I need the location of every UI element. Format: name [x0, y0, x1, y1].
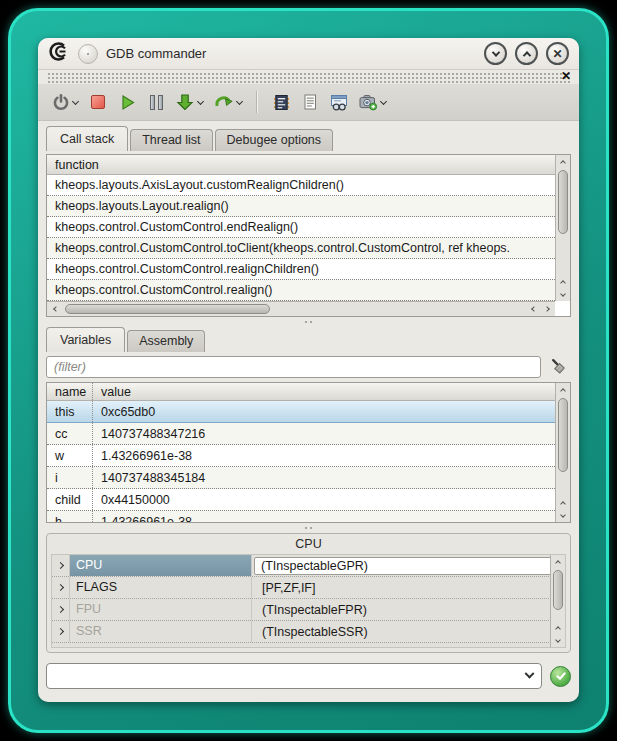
- dropdown-chevron-icon: [72, 97, 79, 104]
- scrollbar-thumb[interactable]: [65, 304, 270, 314]
- scroll-down-icon[interactable]: [556, 288, 570, 299]
- variables-vertical-scrollbar[interactable]: [555, 383, 570, 522]
- gdb-commander-window: GDB commander ✕ ✕: [38, 38, 579, 702]
- column-value[interactable]: value: [93, 383, 570, 400]
- cpu-view-button[interactable]: [269, 89, 293, 115]
- scrollbar-thumb[interactable]: [558, 170, 568, 234]
- column-name[interactable]: name: [47, 383, 93, 400]
- call-stack-row[interactable]: kheops.control.CustomControl.realignChil…: [47, 259, 555, 280]
- tab-thread-list[interactable]: Thread list: [130, 129, 212, 151]
- variable-row[interactable]: cc 140737488347216: [47, 423, 555, 445]
- cpu-vertical-scrollbar[interactable]: [550, 555, 565, 647]
- scroll-left-icon[interactable]: [49, 307, 62, 311]
- variable-row[interactable]: i 140737488345184: [47, 467, 555, 489]
- variables-header[interactable]: name value: [47, 383, 570, 401]
- output-list-icon: [301, 93, 319, 111]
- scroll-up-icon[interactable]: [551, 557, 565, 568]
- watch-window-button[interactable]: [327, 89, 351, 115]
- power-icon: [52, 93, 70, 111]
- combo-dropdown-icon[interactable]: [525, 668, 535, 678]
- tab-call-stack[interactable]: Call stack: [46, 126, 128, 151]
- register-group-name[interactable]: SSR: [70, 621, 252, 642]
- check-icon: [555, 670, 567, 682]
- top-tabs: Call stack Thread list Debugee options: [38, 121, 579, 151]
- scroll-up-icon[interactable]: [556, 498, 570, 509]
- tab-assembly[interactable]: Assembly: [127, 330, 205, 352]
- maximize-button[interactable]: [515, 42, 538, 65]
- stop-button[interactable]: [86, 89, 110, 115]
- scroll-right-icon[interactable]: [540, 307, 553, 311]
- call-stack-list: kheops.layouts.AxisLayout.customRealignC…: [47, 175, 555, 301]
- call-stack-row[interactable]: kheops.layouts.Layout.realign(): [47, 196, 555, 217]
- dropdown-chevron-icon: [380, 97, 387, 104]
- scroll-up-icon[interactable]: [551, 623, 565, 634]
- variable-row[interactable]: w 1.43266961e-38: [47, 445, 555, 467]
- register-group-name[interactable]: FLAGS: [70, 577, 252, 598]
- minimize-button[interactable]: [484, 42, 507, 65]
- cpu-register-row[interactable]: FPU (TInspectableFPR): [52, 599, 565, 621]
- scroll-up-icon[interactable]: [556, 157, 570, 168]
- scroll-left-icon[interactable]: [527, 307, 540, 311]
- register-group-name[interactable]: FPU: [70, 599, 252, 620]
- variable-name: w: [47, 445, 93, 466]
- expand-chevron-icon[interactable]: [52, 621, 70, 642]
- snapshot-camera-icon: [358, 93, 378, 112]
- register-group-name[interactable]: CPU: [70, 555, 252, 576]
- cpu-register-row[interactable]: CPU (TInspectableGPR): [52, 555, 565, 577]
- gdb-command-combobox[interactable]: [46, 663, 542, 689]
- variable-value: 0xc65db0: [93, 401, 555, 422]
- variable-value: 0x44150000: [93, 489, 555, 510]
- scroll-up-icon[interactable]: [556, 277, 570, 288]
- output-list-button[interactable]: [298, 89, 322, 115]
- call-stack-row[interactable]: kheops.control.CustomControl.toClient(kh…: [47, 238, 555, 259]
- cpu-register-row[interactable]: SSR (TInspectableSSR): [52, 621, 565, 643]
- expand-chevron-icon[interactable]: [52, 555, 70, 576]
- dock-close-icon[interactable]: ✕: [561, 69, 571, 83]
- variable-value: 1.43266961e-38: [93, 511, 555, 522]
- call-stack-column-header[interactable]: function: [47, 155, 570, 175]
- scrollbar-thumb[interactable]: [558, 398, 568, 472]
- tab-debugee-options[interactable]: Debugee options: [215, 129, 334, 151]
- send-command-button[interactable]: [550, 666, 571, 687]
- scrollbar-thumb[interactable]: [553, 570, 563, 610]
- pause-button[interactable]: [144, 89, 168, 115]
- scroll-down-icon[interactable]: [551, 634, 565, 645]
- register-value-editor[interactable]: (TInspectableGPR): [254, 557, 559, 575]
- scroll-up-icon[interactable]: [556, 385, 570, 396]
- call-stack-row[interactable]: kheops.control.CustomControl.realign(): [47, 280, 555, 301]
- snapshot-button[interactable]: [356, 89, 389, 115]
- titlebar-option-button[interactable]: [78, 44, 98, 64]
- expand-chevron-icon[interactable]: [52, 599, 70, 620]
- clear-filter-button[interactable]: [547, 356, 571, 378]
- scroll-down-icon[interactable]: [556, 509, 570, 520]
- gdb-command-input[interactable]: [55, 669, 526, 684]
- filter-input[interactable]: [46, 356, 541, 378]
- variable-row[interactable]: child 0x44150000: [47, 489, 555, 511]
- variables-filter-row: [46, 356, 571, 378]
- teal-app-frame: GDB commander ✕ ✕: [8, 8, 609, 733]
- callstack-variables-splitter[interactable]: [38, 317, 579, 327]
- variable-row[interactable]: this 0xc65db0: [47, 401, 555, 423]
- step-in-button[interactable]: [173, 89, 206, 115]
- close-button[interactable]: ✕: [546, 42, 569, 65]
- cpu-register-row[interactable]: FLAGS [PF,ZF,IF]: [52, 577, 565, 599]
- call-stack-horizontal-scrollbar[interactable]: [47, 301, 555, 316]
- call-stack-vertical-scrollbar[interactable]: [555, 155, 570, 301]
- variable-name: this: [47, 401, 93, 422]
- titlebar[interactable]: GDB commander ✕: [38, 38, 579, 70]
- expand-chevron-icon[interactable]: [52, 577, 70, 598]
- variable-value: 1.43266961e-38: [93, 445, 555, 466]
- dropdown-chevron-icon: [197, 97, 204, 104]
- step-over-button[interactable]: [211, 89, 245, 115]
- variable-row[interactable]: h 1.43266961e-38: [47, 511, 555, 522]
- power-button[interactable]: [50, 89, 81, 115]
- tab-variables[interactable]: Variables: [46, 327, 125, 352]
- call-stack-row[interactable]: kheops.control.CustomControl.endRealign(…: [47, 217, 555, 238]
- close-icon: ✕: [552, 48, 562, 60]
- run-button[interactable]: [115, 89, 139, 115]
- register-value: (TInspectableSSR): [252, 625, 565, 639]
- cpu-groupbox-title: CPU: [47, 534, 570, 554]
- dock-grip[interactable]: ✕: [46, 71, 571, 84]
- variables-cpu-splitter[interactable]: [38, 523, 579, 533]
- call-stack-row[interactable]: kheops.layouts.AxisLayout.customRealignC…: [47, 175, 555, 196]
